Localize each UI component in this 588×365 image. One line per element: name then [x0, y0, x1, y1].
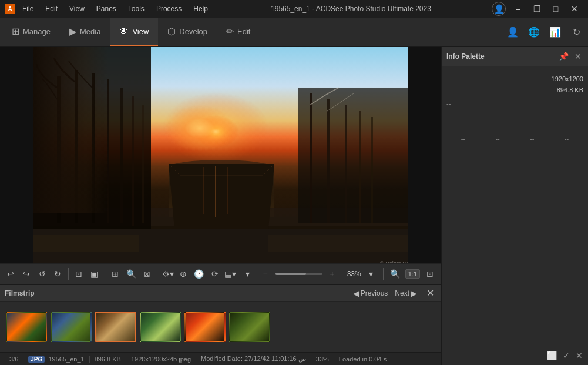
settings-drop-button[interactable]: ⚙▾ [160, 266, 175, 282]
tab-develop[interactable]: ⬡ Develop [158, 18, 217, 46]
tab-manage[interactable]: ⊞ Manage [2, 18, 60, 46]
tab-edit[interactable]: ✏ Edit [217, 18, 260, 46]
info-grid-2-2: -- [481, 123, 515, 130]
thumbnail-2[interactable] [51, 312, 92, 342]
format-badge: JPG [28, 356, 45, 363]
status-dimensions: 1920x1200x24b jpeg [126, 356, 196, 363]
info-row-1: -- [446, 98, 583, 109]
grid-button[interactable]: ⊞ [108, 266, 123, 282]
info-filesize: 896.8 KB [557, 85, 583, 95]
tab-media[interactable]: ▶ Media [60, 18, 110, 46]
previous-button[interactable]: ◀ Previous [351, 287, 391, 299]
thumbnail-3[interactable] [95, 312, 136, 342]
info-grid-2-4: -- [550, 123, 583, 130]
zoom-slider[interactable] [275, 273, 322, 275]
sync-icon-btn[interactable]: ↻ [567, 23, 586, 42]
info-grid-1: -- -- -- -- [446, 109, 583, 121]
menu-edit[interactable]: Edit [43, 4, 60, 14]
info-grid-2-1: -- [446, 123, 480, 130]
zoom-value-dropdown[interactable]: ▾ [364, 266, 379, 282]
filmstrip-content [0, 302, 441, 352]
manage-icon: ⊞ [12, 26, 19, 37]
thumbnail-5[interactable] [184, 312, 226, 342]
info-grid-3-4: -- [550, 135, 583, 142]
undo-button[interactable]: ↩ [4, 266, 18, 282]
prev-arrow-icon: ◀ [353, 289, 359, 298]
svg-rect-10 [92, 73, 95, 223]
tab-manage-label: Manage [23, 27, 51, 36]
menu-file[interactable]: File [20, 4, 36, 14]
fit-window-button[interactable]: ⊠ [140, 266, 154, 282]
status-loadtime: Loaded in 0.04 s [334, 356, 391, 363]
view-icon: 👁 [119, 26, 129, 37]
filmstrip-title: Filmstrip [5, 289, 35, 297]
zoom-plus-button[interactable]: + [325, 266, 340, 282]
crop-button[interactable]: ⊡ [72, 266, 86, 282]
photo-svg: © Holger Gässlein [33, 47, 408, 263]
filmstrip-close-button[interactable]: ✕ [424, 286, 436, 300]
separator-zoom [383, 268, 384, 280]
palette-square-icon[interactable]: ⬜ [545, 350, 559, 361]
media-icon: ▶ [69, 26, 76, 37]
stats-icon-btn[interactable]: 📊 [546, 23, 565, 42]
zoom-preset-button[interactable]: 1:1 [405, 269, 420, 279]
thumbnail-6[interactable] [229, 312, 270, 342]
palette-x-icon[interactable]: ✕ [574, 350, 584, 361]
menu-panes[interactable]: Panes [94, 4, 119, 14]
palette-controls: 📌 ✕ [557, 51, 583, 62]
svg-rect-9 [75, 70, 78, 223]
redo-button[interactable]: ↪ [19, 266, 34, 282]
svg-rect-16 [310, 93, 312, 223]
svg-rect-19 [359, 111, 361, 223]
info-grid-3-1: -- [446, 135, 480, 142]
maximize-button[interactable]: □ [547, 2, 565, 15]
menu-view[interactable]: View [67, 4, 87, 14]
nav-arrows: ◀ Previous Next ▶ [351, 287, 419, 299]
photo-display: © Holger Gässlein [0, 47, 441, 263]
user-icon[interactable]: 👤 [492, 2, 506, 16]
close-button[interactable]: ✕ [566, 2, 583, 15]
zoom-minus-button[interactable]: − [258, 266, 273, 282]
tab-media-label: Media [80, 27, 100, 36]
separator-2 [105, 268, 105, 280]
menu-process[interactable]: Process [154, 4, 184, 14]
navbar-right: 👤 🌐 📊 ↻ [503, 23, 586, 42]
menu-help[interactable]: Help [191, 4, 210, 14]
info-palette: Info Palette 📌 ✕ 1920x1200 896.8 KB -- -… [441, 47, 588, 365]
info-grid-1-4: -- [550, 112, 583, 119]
next-button[interactable]: Next ▶ [392, 287, 419, 299]
globe-icon-btn[interactable]: 🌐 [525, 23, 543, 42]
filmstrip-drop-button[interactable]: ▤▾ [223, 266, 238, 282]
time-button[interactable]: 🕐 [192, 266, 207, 282]
photo-canvas: © Holger Gässlein [33, 47, 408, 263]
svg-rect-7 [33, 47, 151, 229]
rotate-ccw-button[interactable]: ↺ [35, 266, 49, 282]
rotate-cw-button[interactable]: ↻ [51, 266, 65, 282]
info-grid-1-2: -- [481, 112, 515, 119]
develop-icon: ⬡ [167, 26, 176, 37]
thumbnail-1[interactable] [6, 312, 47, 342]
palette-pin-button[interactable]: 📌 [557, 51, 570, 62]
svg-point-1 [163, 92, 268, 163]
person-icon-btn[interactable]: 👤 [503, 23, 522, 42]
menu-bar: File Edit View Panes Tools Process Help [20, 4, 210, 14]
thumbnail-4[interactable] [140, 312, 181, 342]
tab-view[interactable]: 👁 View [110, 18, 158, 46]
palette-close-button[interactable]: ✕ [573, 51, 583, 62]
minimize-button[interactable]: – [509, 2, 527, 15]
zoom-preview-button[interactable]: 🔍 [388, 266, 403, 282]
menu-tools[interactable]: Tools [126, 4, 147, 14]
next-arrow-icon: ▶ [411, 289, 417, 298]
restore-button[interactable]: ❐ [528, 2, 546, 15]
svg-rect-13 [132, 96, 134, 226]
refresh-button[interactable]: ⟳ [207, 266, 222, 282]
frame-button[interactable]: ▣ [87, 266, 102, 282]
composite-button[interactable]: ⊕ [176, 266, 191, 282]
zoom-options-button[interactable]: ⊡ [422, 266, 438, 282]
zoom-dropdown-button[interactable]: ▾ [240, 266, 256, 282]
info-palette-header: Info Palette 📌 ✕ [442, 47, 588, 66]
toolbar: ↩ ↪ ↺ ↻ ⊡ ▣ ⊞ 🔍 ⊠ ⚙▾ ⊕ 🕐 ⟳ ▤▾ ▾ − [0, 263, 441, 284]
palette-check-icon[interactable]: ✓ [561, 350, 572, 361]
info-content: 1920x1200 896.8 KB -- -- -- -- -- -- -- … [442, 66, 588, 149]
zoom-in-button[interactable]: 🔍 [124, 266, 139, 282]
